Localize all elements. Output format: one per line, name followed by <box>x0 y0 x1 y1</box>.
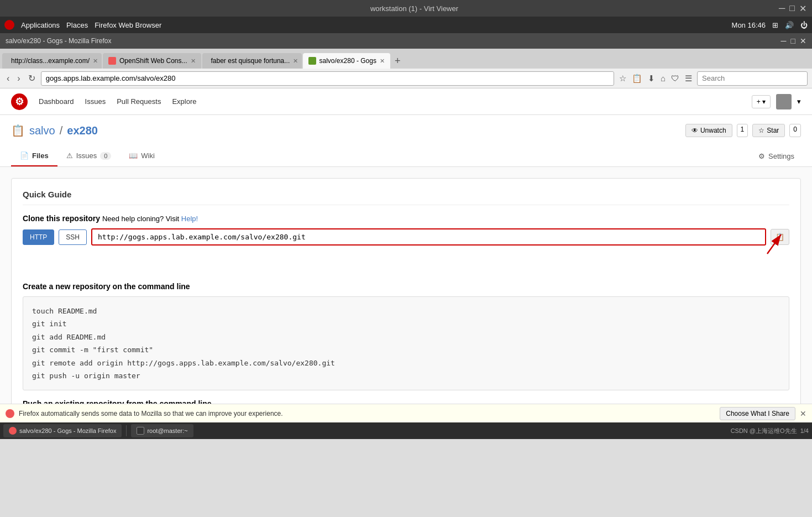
taskbar: salvo/ex280 - Gogs - Mozilla Firefox roo… <box>0 422 812 439</box>
avatar-dropdown[interactable]: ▾ <box>797 97 801 106</box>
taskbar-term-label: root@master:~ <box>147 427 187 434</box>
tab-4[interactable]: salvo/ex280 - Gogs ✕ <box>303 53 390 69</box>
download-icon[interactable]: ⬇ <box>646 72 657 85</box>
firefox-title-bar: salvo/ex280 - Gogs - Mozilla Firefox ─ □… <box>0 33 812 49</box>
ssh-btn[interactable]: SSH <box>59 229 87 245</box>
title-bar-controls: ─ □ ✕ <box>779 3 806 14</box>
tab-settings[interactable]: ⚙ Settings <box>752 146 801 166</box>
issues-badge: 0 <box>100 152 111 160</box>
page-content: ⚙ Dashboard Issues Pull Requests Explore… <box>0 88 812 404</box>
status-close-btn[interactable]: ✕ <box>800 409 806 418</box>
tab-wiki[interactable]: 📖 Wiki <box>120 146 164 166</box>
create-btn[interactable]: + ▾ <box>752 95 771 108</box>
tab-3[interactable]: faber est quisque fortuna... ✕ <box>202 53 302 69</box>
quick-guide-box: Quick Guide Clone this repository Need h… <box>11 178 801 404</box>
gogs-header: ⚙ Dashboard Issues Pull Requests Explore… <box>0 88 812 115</box>
repo-icon: 📋 <box>11 124 25 137</box>
gnome-time: Mon 16:46 <box>732 21 766 29</box>
clone-section: Clone this repository Need help cloning?… <box>23 214 789 273</box>
tab-3-close[interactable]: ✕ <box>293 58 298 65</box>
tab-2-close[interactable]: ✕ <box>191 58 196 65</box>
http-btn[interactable]: HTTP <box>23 229 54 245</box>
search-input[interactable] <box>697 71 808 86</box>
bookmark-icon[interactable]: ☆ <box>617 72 628 85</box>
gnome-places[interactable]: Places <box>66 21 88 29</box>
firefox-title-controls: ─ □ ✕ <box>781 36 806 45</box>
status-message: Firefox automatically sends some data to… <box>19 410 283 417</box>
settings-icon: ⚙ <box>758 152 765 160</box>
create-cmd-title: Create a new repository on the command l… <box>23 282 789 291</box>
tab-1[interactable]: http://class...example.com/ ✕ <box>2 53 102 69</box>
star-btn[interactable]: ☆ Star <box>752 124 785 137</box>
repo-actions: 👁 Unwatch 1 ☆ Star 0 <box>685 124 801 137</box>
tab-3-label: faber est quisque fortuna... <box>211 57 290 65</box>
user-avatar[interactable] <box>776 94 792 109</box>
unwatch-btn[interactable]: 👁 Unwatch <box>685 124 732 137</box>
forward-btn[interactable]: › <box>15 72 22 85</box>
push-title: Push an existing repository from the com… <box>23 399 789 404</box>
repo-tabs: 📄 Files ⚠ Issues 0 📖 Wiki ⚙ Settings <box>0 146 812 167</box>
ff-close-btn[interactable]: ✕ <box>800 36 806 45</box>
choose-share-btn[interactable]: Choose What I Share <box>720 407 795 420</box>
new-tab-btn[interactable]: + <box>391 53 404 69</box>
tab-favicon-4 <box>308 57 316 65</box>
maximize-btn[interactable]: □ <box>789 3 795 14</box>
eye-icon: 👁 <box>691 127 698 134</box>
taskbar-right: CSDN @上海运维O先生 1/4 <box>731 427 809 435</box>
tab-2[interactable]: OpenShift Web Cons... ✕ <box>103 53 201 69</box>
virt-viewer-title-bar: workstation (1) - Virt Viewer ─ □ ✕ <box>0 0 812 17</box>
minimize-btn[interactable]: ─ <box>779 3 785 14</box>
files-icon: 📄 <box>20 152 29 160</box>
arrow-annotation <box>23 246 789 273</box>
nav-dashboard[interactable]: Dashboard <box>39 97 74 106</box>
gnome-power-icon[interactable]: ⏻ <box>800 21 808 29</box>
repo-owner[interactable]: salvo <box>29 124 55 137</box>
push-section: Push an existing repository from the com… <box>23 399 789 404</box>
nav-pull-requests[interactable]: Pull Requests <box>117 97 161 106</box>
home-icon[interactable]: ⌂ <box>659 72 667 85</box>
wiki-icon: 📖 <box>129 152 138 160</box>
back-btn[interactable]: ‹ <box>4 72 12 85</box>
watermark-text: CSDN @上海运维O先生 1/4 <box>731 427 809 434</box>
ff-minimize-btn[interactable]: ─ <box>781 36 787 45</box>
taskbar-ff[interactable]: salvo/ex280 - Gogs - Mozilla Firefox <box>3 424 122 437</box>
repo-header: 📋 salvo / ex280 👁 Unwatch 1 ☆ Star 0 <box>0 115 812 146</box>
reader-icon[interactable]: 📋 <box>630 72 644 85</box>
repo-name[interactable]: ex280 <box>67 124 98 137</box>
menu-icon[interactable]: ☰ <box>683 72 694 85</box>
taskbar-divider <box>126 425 127 436</box>
tab-files[interactable]: 📄 Files <box>11 146 57 166</box>
gnome-bar-right: Mon 16:46 ⊞ 🔊 ⏻ <box>732 21 808 29</box>
ff-maximize-btn[interactable]: □ <box>791 36 795 45</box>
repo-title: 📋 salvo / ex280 <box>11 124 98 137</box>
clone-title: Clone this repository Need help cloning?… <box>23 214 789 223</box>
star-icon: ☆ <box>758 127 764 134</box>
taskbar-term[interactable]: root@master:~ <box>131 424 193 437</box>
nav-explore[interactable]: Explore <box>172 97 196 106</box>
gnome-firefox[interactable]: Firefox Web Browser <box>95 21 161 29</box>
tab-1-close[interactable]: ✕ <box>93 58 98 65</box>
nav-issues[interactable]: Issues <box>85 97 106 106</box>
nav-bar: ‹ › ↻ ☆ 📋 ⬇ ⌂ 🛡 ☰ <box>0 69 812 88</box>
tab-2-label: OpenShift Web Cons... <box>119 57 187 65</box>
refresh-btn[interactable]: ↻ <box>26 72 38 85</box>
tab-favicon-2 <box>108 57 116 65</box>
repo-separator: / <box>60 124 63 137</box>
star-count: 0 <box>789 124 801 137</box>
status-bar-right: Choose What I Share ✕ <box>720 407 806 420</box>
url-bar[interactable] <box>41 71 614 86</box>
title-bar-title: workstation (1) - Virt Viewer <box>50 4 779 13</box>
tab-4-close[interactable]: ✕ <box>380 58 385 65</box>
taskbar-term-icon <box>137 427 144 435</box>
gnome-applications[interactable]: Applications <box>21 21 60 29</box>
taskbar-ff-icon <box>9 427 17 435</box>
clone-url-input[interactable] <box>91 228 766 246</box>
close-btn[interactable]: ✕ <box>799 3 806 14</box>
help-link[interactable]: Help! <box>181 215 198 223</box>
gnome-logo <box>4 20 14 30</box>
firefox-title: salvo/ex280 - Gogs - Mozilla Firefox <box>6 37 111 45</box>
tab-issues[interactable]: ⚠ Issues 0 <box>57 146 121 166</box>
main-content: Quick Guide Clone this repository Need h… <box>0 167 812 404</box>
pocket-icon[interactable]: 🛡 <box>669 72 681 85</box>
gnome-volume-icon: 🔊 <box>785 21 794 29</box>
